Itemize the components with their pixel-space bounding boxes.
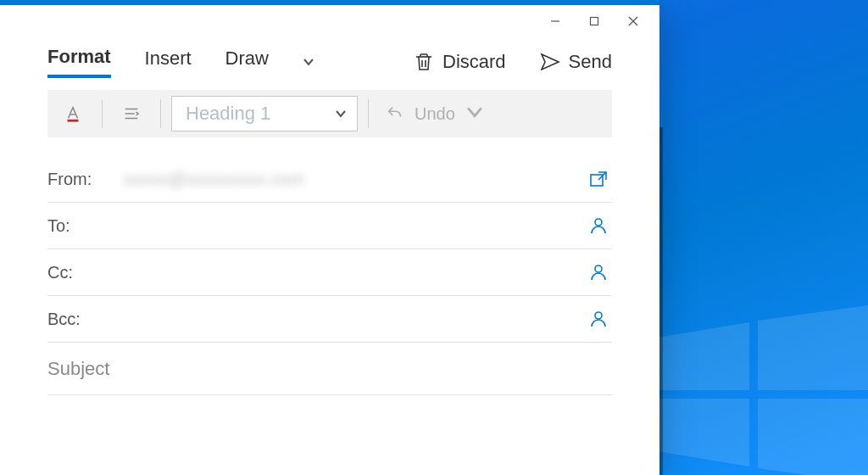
toolbar-divider [160, 99, 161, 128]
svg-marker-2 [648, 399, 749, 467]
paragraph-options-button[interactable] [113, 95, 150, 132]
svg-marker-0 [648, 322, 749, 390]
cc-input[interactable] [124, 263, 585, 282]
trash-icon [414, 52, 434, 72]
toolbar-divider [368, 99, 369, 128]
send-label: Send [569, 51, 612, 73]
bcc-picker-button[interactable] [585, 309, 612, 329]
titlebar [0, 5, 659, 37]
tab-format[interactable]: Format [47, 46, 111, 78]
discard-label: Discard [442, 51, 506, 73]
send-icon [540, 52, 560, 72]
bcc-row: Bcc: [47, 296, 612, 343]
discard-button[interactable]: Discard [414, 51, 506, 73]
svg-point-20 [595, 312, 602, 319]
person-icon [588, 215, 609, 236]
font-color-icon [64, 104, 82, 123]
toolbar-divider [102, 99, 103, 128]
send-button[interactable]: Send [540, 51, 612, 73]
svg-point-18 [595, 219, 602, 226]
to-picker-button[interactable] [585, 215, 612, 236]
to-label: To: [47, 216, 124, 236]
cc-label: Cc: [47, 263, 124, 282]
cc-picker-button[interactable] [585, 262, 612, 282]
text-style-picker[interactable]: Heading 1 [171, 96, 358, 131]
svg-marker-3 [758, 399, 868, 475]
svg-rect-16 [591, 175, 603, 186]
tab-insert[interactable]: Insert [145, 48, 192, 76]
cc-row: Cc: [47, 249, 612, 296]
chevron-down-icon [465, 103, 484, 126]
from-value: xxxxx@xxxxxxxxx.com [124, 170, 585, 189]
bcc-label: Bcc: [47, 310, 124, 329]
windows-logo-icon [648, 305, 868, 475]
style-picker-label: Heading 1 [186, 103, 325, 125]
undo-label: Undo [415, 104, 455, 124]
to-row: To: [47, 203, 612, 249]
minimize-button[interactable] [536, 8, 575, 35]
paragraph-icon [122, 104, 141, 123]
popout-icon [588, 169, 609, 189]
person-icon [588, 309, 609, 329]
font-color-button[interactable] [54, 95, 92, 132]
from-label: From: [47, 170, 124, 189]
maximize-button[interactable] [575, 8, 614, 35]
svg-rect-5 [591, 18, 598, 25]
svg-marker-1 [758, 305, 868, 390]
bcc-input[interactable] [124, 310, 585, 329]
window-right-shadow [659, 127, 663, 475]
person-icon [588, 262, 609, 282]
compose-fields: From: xxxxx@xxxxxxxxx.com To: Cc: [0, 141, 659, 395]
subject-row [47, 343, 612, 395]
to-input[interactable] [124, 216, 585, 236]
more-tabs-button[interactable] [303, 51, 314, 73]
undo-icon [386, 104, 404, 123]
svg-point-19 [595, 265, 602, 272]
chevron-down-icon [335, 103, 347, 125]
ribbon-tabs: Format Insert Draw Discard Send [0, 37, 659, 85]
compose-window: Format Insert Draw Discard Send [0, 0, 659, 475]
subject-input[interactable] [47, 358, 612, 380]
format-toolbar: Heading 1 Undo [47, 90, 612, 137]
tab-draw[interactable]: Draw [225, 48, 269, 76]
svg-marker-10 [542, 54, 559, 70]
close-button[interactable] [614, 8, 653, 35]
undo-button[interactable]: Undo [379, 103, 484, 126]
open-in-new-window-button[interactable] [585, 169, 612, 189]
from-row: From: xxxxx@xxxxxxxxx.com [47, 156, 612, 203]
